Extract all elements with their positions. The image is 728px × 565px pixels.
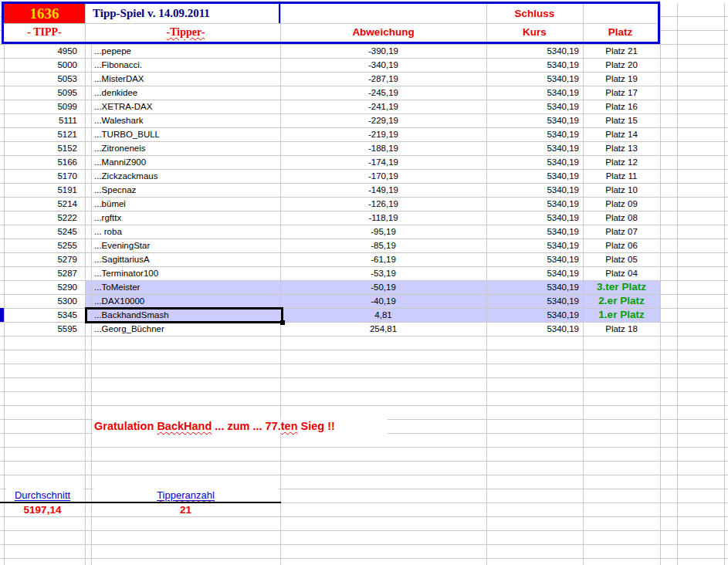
tipper-cell[interactable]: ...Fibonacci. <box>94 58 279 72</box>
tipper-cell[interactable]: ...TURBO_BULL <box>94 127 279 141</box>
kurs-cell[interactable]: 5340,19 <box>486 266 579 280</box>
platz-cell[interactable]: 2.er Platz <box>583 294 660 308</box>
kurs-cell[interactable]: 5340,19 <box>486 211 579 225</box>
tipper-cell[interactable]: ...Waleshark <box>94 113 279 127</box>
tipper-cell[interactable]: ... roba <box>94 225 279 239</box>
tipp-cell[interactable]: 5170 <box>0 169 77 183</box>
tipper-cell[interactable]: ...MisterDAX <box>94 72 279 86</box>
platz-cell[interactable]: Platz 05 <box>583 252 660 266</box>
platz-cell[interactable]: Platz 12 <box>583 155 660 169</box>
kurs-cell[interactable]: 5340,19 <box>486 239 579 252</box>
tipper-cell[interactable]: ...denkidee <box>94 86 279 100</box>
platz-cell[interactable]: Platz 21 <box>583 44 660 58</box>
tipper-cell[interactable]: ...bümei <box>94 197 279 211</box>
tipp-cell[interactable]: 5166 <box>0 155 77 169</box>
abweichung-cell[interactable]: -174,19 <box>280 155 486 169</box>
abweichung-cell[interactable]: -40,19 <box>280 294 486 308</box>
platz-cell[interactable]: Platz 08 <box>583 211 660 225</box>
platz-cell[interactable]: Platz 07 <box>583 225 660 239</box>
abweichung-cell[interactable]: -219,19 <box>280 127 486 141</box>
kurs-cell[interactable]: 5340,19 <box>486 322 579 336</box>
kurs-cell[interactable]: 5340,19 <box>486 86 579 100</box>
tipper-cell[interactable]: ...SagittariusA <box>94 252 279 266</box>
tipp-cell[interactable]: 5222 <box>0 211 77 225</box>
platz-cell[interactable]: Platz 15 <box>583 113 660 127</box>
tipp-cell[interactable]: 5111 <box>0 113 77 127</box>
abweichung-cell[interactable]: -241,19 <box>280 100 486 113</box>
platz-cell[interactable]: Platz 04 <box>583 266 660 280</box>
abweichung-cell[interactable]: -118,19 <box>280 211 486 225</box>
tipper-cell[interactable]: ...Specnaz <box>94 183 279 197</box>
platz-cell[interactable]: Platz 10 <box>583 183 660 197</box>
tipper-cell[interactable]: ...rgfttx <box>94 211 279 225</box>
platz-cell[interactable]: 1.er Platz <box>583 308 660 322</box>
tipp-cell[interactable]: 5053 <box>0 72 77 86</box>
platz-cell[interactable]: Platz 14 <box>583 127 660 141</box>
tipp-cell[interactable]: 5191 <box>0 183 77 197</box>
tipp-cell[interactable]: 5121 <box>0 127 77 141</box>
tipp-cell[interactable]: 5245 <box>0 225 77 239</box>
kurs-cell[interactable]: 5340,19 <box>486 141 579 155</box>
abweichung-cell[interactable]: -245,19 <box>280 86 486 100</box>
platz-cell[interactable]: Platz 13 <box>583 141 660 155</box>
tipp-cell[interactable]: 4950 <box>0 44 77 58</box>
tipp-cell[interactable]: 5152 <box>0 141 77 155</box>
kurs-cell[interactable]: 5340,19 <box>486 44 579 58</box>
tipper-cell[interactable]: ...Terminator100 <box>94 266 279 280</box>
abweichung-cell[interactable]: -340,19 <box>280 58 486 72</box>
platz-cell[interactable]: Platz 19 <box>583 72 660 86</box>
abweichung-cell[interactable]: -61,19 <box>280 252 486 266</box>
tipp-cell[interactable]: 5290 <box>0 280 77 294</box>
tipper-cell[interactable]: ...BackhandSmash <box>94 308 279 322</box>
tipp-cell[interactable]: 5000 <box>0 58 77 72</box>
kurs-cell[interactable]: 5340,19 <box>486 225 579 239</box>
tipp-cell[interactable]: 5255 <box>0 239 77 252</box>
durchschnitt-value[interactable]: 5197,14 <box>0 503 85 517</box>
tipper-cell[interactable]: ...ManniZ900 <box>94 155 279 169</box>
abweichung-cell[interactable]: -149,19 <box>280 183 486 197</box>
fill-handle[interactable] <box>280 320 285 325</box>
kurs-cell[interactable]: 5340,19 <box>486 58 579 72</box>
durchschnitt-label[interactable]: Durchschnitt <box>0 489 85 502</box>
abweichung-cell[interactable]: -85,19 <box>280 239 486 252</box>
tipper-cell[interactable]: ...Zickzackmaus <box>94 169 279 183</box>
platz-cell[interactable]: 3.ter Platz <box>583 280 660 294</box>
kurs-cell[interactable]: 5340,19 <box>486 100 579 113</box>
kurs-cell[interactable]: 5340,19 <box>486 197 579 211</box>
abweichung-cell[interactable]: -287,19 <box>280 72 486 86</box>
tipp-cell[interactable]: 5345 <box>0 308 77 322</box>
abweichung-cell[interactable]: -53,19 <box>280 266 486 280</box>
abweichung-cell[interactable]: 254,81 <box>280 322 486 336</box>
tipp-cell[interactable]: 5279 <box>0 252 77 266</box>
abweichung-cell[interactable]: -95,19 <box>280 225 486 239</box>
abweichung-cell[interactable]: -50,19 <box>280 280 486 294</box>
tipper-cell[interactable]: ...Georg_Büchner <box>94 322 279 336</box>
tipper-cell[interactable]: ...ToMeister <box>94 280 279 294</box>
kurs-cell[interactable]: 5340,19 <box>486 127 579 141</box>
abweichung-cell[interactable]: -126,19 <box>280 197 486 211</box>
tipperanzahl-value[interactable]: 21 <box>91 503 280 517</box>
abweichung-cell[interactable]: -170,19 <box>280 169 486 183</box>
abweichung-cell[interactable]: -188,19 <box>280 141 486 155</box>
congratulation-message[interactable]: Gratulation BackHand ... zum ... 77.ten … <box>94 419 335 433</box>
tipp-cell[interactable]: 5099 <box>0 100 77 113</box>
kurs-cell[interactable]: 5340,19 <box>486 183 579 197</box>
platz-cell[interactable]: Platz 11 <box>583 169 660 183</box>
tipperanzahl-label[interactable]: Tipperanzahl <box>91 489 280 502</box>
kurs-cell[interactable]: 5340,19 <box>486 155 579 169</box>
tipper-cell[interactable]: ...XETRA-DAX <box>94 100 279 113</box>
abweichung-cell[interactable]: 4,81 <box>280 308 486 322</box>
tipp-cell[interactable]: 5300 <box>0 294 77 308</box>
tipper-cell[interactable]: ...DAX10000 <box>94 294 279 308</box>
kurs-cell[interactable]: 5340,19 <box>486 169 579 183</box>
platz-cell[interactable]: Platz 09 <box>583 197 660 211</box>
platz-cell[interactable]: Platz 06 <box>583 239 660 252</box>
kurs-cell[interactable]: 5340,19 <box>486 252 579 266</box>
kurs-cell[interactable]: 5340,19 <box>486 308 579 322</box>
tipper-cell[interactable]: ...EveningStar <box>94 239 279 252</box>
kurs-cell[interactable]: 5340,19 <box>486 294 579 308</box>
platz-cell[interactable]: Platz 16 <box>583 100 660 113</box>
platz-cell[interactable]: Platz 17 <box>583 86 660 100</box>
kurs-cell[interactable]: 5340,19 <box>486 113 579 127</box>
kurs-cell[interactable]: 5340,19 <box>486 280 579 294</box>
